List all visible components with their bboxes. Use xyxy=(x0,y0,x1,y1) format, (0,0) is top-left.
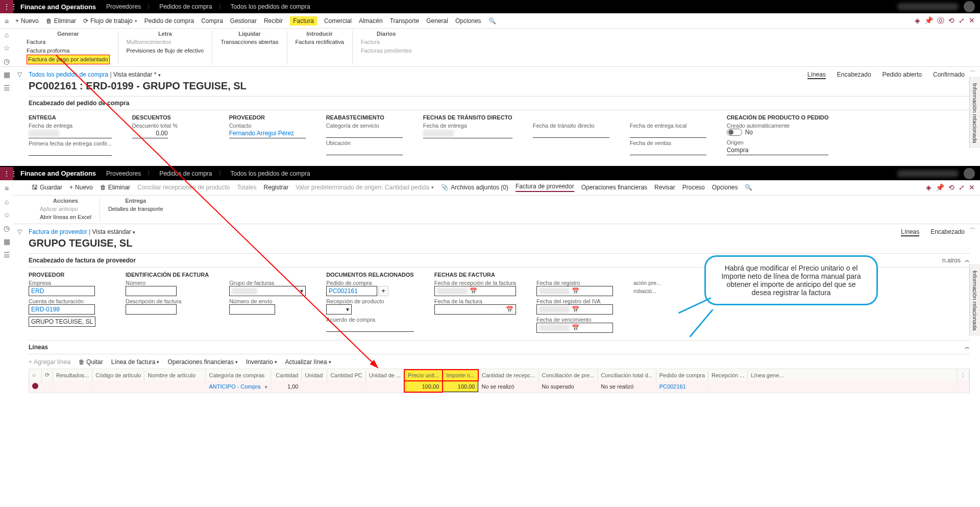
commercial-menu[interactable]: Comercial xyxy=(324,17,352,25)
new-button-2[interactable]: +Nuevo xyxy=(69,184,93,191)
waffle-icon[interactable]: ⋮⋮⋮ xyxy=(0,0,13,13)
envio-input[interactable] xyxy=(229,304,275,315)
col-netamt[interactable]: Importe n... xyxy=(443,370,478,381)
options-menu-2[interactable]: Opciones xyxy=(712,184,738,191)
rib-cashflow[interactable]: Previsiones de flujo de efectivo xyxy=(127,46,204,55)
related-info-tab-2[interactable]: 〈 Información relacionada xyxy=(969,264,980,335)
col-qty[interactable]: Cantidad xyxy=(271,370,302,381)
process-menu[interactable]: Proceso xyxy=(682,184,705,191)
bc-view[interactable]: Vista estándar * ▾ xyxy=(113,71,161,78)
grid-row[interactable]: ANTICIPO - Compra ▾ 1,00 100,00 100,00 N… xyxy=(29,381,969,392)
search-icon[interactable]: 🔍 xyxy=(488,17,496,25)
fvenc-input[interactable]: x📅 xyxy=(536,323,613,333)
recep-input[interactable]: ▾ xyxy=(326,304,352,315)
cuenta-input[interactable]: ERD-0199 xyxy=(29,304,95,315)
menu-icon[interactable]: ≡ xyxy=(5,184,9,192)
col-po[interactable]: Pedido de compra xyxy=(656,370,708,381)
add-po-button[interactable]: + xyxy=(378,286,388,296)
general-menu[interactable]: General xyxy=(426,17,448,25)
tab-encabezado-2[interactable]: Encabezado xyxy=(930,228,965,236)
col-ref[interactable]: ⟳ xyxy=(42,370,53,381)
col-name[interactable]: Nombre de artículo xyxy=(144,370,206,381)
toggle-creado[interactable]: No xyxy=(727,129,753,136)
fv-contacto[interactable]: Fernando Arregui Pérez xyxy=(229,129,306,138)
clock-icon[interactable]: ◷ xyxy=(4,224,10,232)
bc-link[interactable]: Todos los pedidos de compra xyxy=(29,71,108,78)
tab-lineas-2[interactable]: Líneas xyxy=(901,228,919,236)
waffle-icon-2[interactable]: ⋮⋮⋮ xyxy=(0,167,13,180)
register-button[interactable]: Registrar xyxy=(264,184,289,191)
invoice-tab[interactable]: Factura xyxy=(290,16,317,26)
rib-prepayment[interactable]: Factura de pago por adelantado xyxy=(27,55,110,64)
home-icon[interactable]: ⌂ xyxy=(5,198,9,206)
filter-icon-2[interactable]: ▽ xyxy=(17,228,22,235)
default-dropdown[interactable]: Valor predeterminado de origen: Cantidad… xyxy=(296,184,434,191)
col-qtypc[interactable]: Cantidad PC xyxy=(327,370,365,381)
save-button[interactable]: 🖫Guardar xyxy=(32,184,62,191)
po-menu[interactable]: Pedido de compra xyxy=(144,17,194,25)
bc-link-2[interactable]: Factura de proveedor xyxy=(29,228,87,235)
rib-factura[interactable]: Factura xyxy=(27,38,110,46)
grupo-select[interactable]: x▾ xyxy=(229,286,306,296)
list-icon[interactable]: ☰ xyxy=(4,84,10,92)
list-icon[interactable]: ☰ xyxy=(4,251,10,259)
popout-icon[interactable]: ⤢ xyxy=(959,183,965,191)
expand-up-icon[interactable]: ︿ xyxy=(970,66,976,75)
numero-input[interactable] xyxy=(126,286,177,296)
star-icon[interactable]: ☆ xyxy=(4,44,10,52)
fr-input[interactable]: x📅 xyxy=(536,286,613,296)
rib-opentrans[interactable]: Transacciones abiertas xyxy=(220,38,278,46)
diamond-icon[interactable]: ◈ xyxy=(915,16,920,26)
section-header[interactable]: Encabezado del pedido de compra xyxy=(29,96,970,110)
search-icon-2[interactable]: 🔍 xyxy=(745,184,752,191)
col-match2[interactable]: Conciliación total d... xyxy=(598,370,656,381)
empresa-input[interactable]: ERD xyxy=(29,286,95,296)
workflow-menu[interactable]: ⟳Flujo de trabajo▾ xyxy=(83,17,137,25)
update-menu[interactable]: Actualizar línea▾ xyxy=(285,358,331,366)
manage-menu[interactable]: Gestionar xyxy=(230,17,257,25)
cell-amount[interactable]: 100,00 xyxy=(443,381,478,392)
avatar[interactable] xyxy=(964,1,975,12)
lines-header[interactable]: Líneas︿ xyxy=(29,340,970,354)
pedido-input[interactable]: PC002161 xyxy=(326,286,377,296)
avatar-2[interactable] xyxy=(964,168,975,179)
ff1-input[interactable]: x📅 xyxy=(434,286,516,296)
transport-menu[interactable]: Transporte xyxy=(390,17,420,25)
related-info-tab[interactable]: 〈 Información relacionada xyxy=(969,77,980,148)
diamond-icon[interactable]: ◈ xyxy=(926,183,932,191)
warehouse-menu[interactable]: Almacén xyxy=(359,17,383,25)
purchase-menu[interactable]: Compra xyxy=(201,17,223,25)
vendor-invoice-tab[interactable]: Factura de proveedor xyxy=(516,183,574,192)
filter-icon[interactable]: ▽ xyxy=(17,71,22,78)
descfac-input[interactable] xyxy=(126,304,177,315)
col-item[interactable]: Código de artículo xyxy=(92,370,144,381)
options-menu[interactable]: Opciones xyxy=(455,17,481,25)
tab-lineas[interactable]: Líneas xyxy=(807,71,826,79)
col-more[interactable]: ⋮ xyxy=(957,370,969,381)
popout-icon[interactable]: ⤢ xyxy=(959,16,965,26)
expand-up-2[interactable]: ︿ xyxy=(970,223,976,232)
invline-menu[interactable]: Línea de factura▾ xyxy=(111,358,160,366)
remove-line[interactable]: 🗑Quitar xyxy=(79,358,103,366)
new-button[interactable]: +Nuevo xyxy=(15,17,39,25)
col-linegen[interactable]: Línea gene... xyxy=(748,370,957,381)
rib-rectif[interactable]: Factura rectificativa xyxy=(296,38,344,46)
tab-encabezado[interactable]: Encabezado xyxy=(837,71,871,79)
attachments-button[interactable]: 📎Archivos adjuntos (0) xyxy=(441,184,508,191)
module-icon[interactable]: ▦ xyxy=(4,70,10,79)
tab-pedido-abierto[interactable]: Pedido abierto xyxy=(883,71,922,79)
row-selected-icon[interactable] xyxy=(32,383,38,389)
col-cat[interactable]: Categoría de compras xyxy=(206,370,271,381)
cell-cat[interactable]: ANTICIPO - Compra ▾ xyxy=(206,381,271,392)
pin-icon[interactable]: 📌 xyxy=(924,16,933,26)
finops-menu-2[interactable]: Operaciones financieras▾ xyxy=(167,358,237,366)
ff2-input[interactable]: 📅 xyxy=(434,304,516,315)
pin-icon[interactable]: 📌 xyxy=(936,183,944,191)
refresh-icon[interactable]: ⟲ xyxy=(948,183,954,191)
rib2-transporte[interactable]: Detalles de transporte xyxy=(108,205,163,213)
cell-po[interactable]: PC002161 xyxy=(656,381,708,392)
col-match1[interactable]: Conciliación de pre... xyxy=(538,370,598,381)
crumb-3[interactable]: Todos los pedidos de compra xyxy=(228,3,313,10)
friva-input[interactable]: x📅 xyxy=(536,304,613,315)
bc-view-2[interactable]: Vista estándar ▾ xyxy=(92,228,136,235)
